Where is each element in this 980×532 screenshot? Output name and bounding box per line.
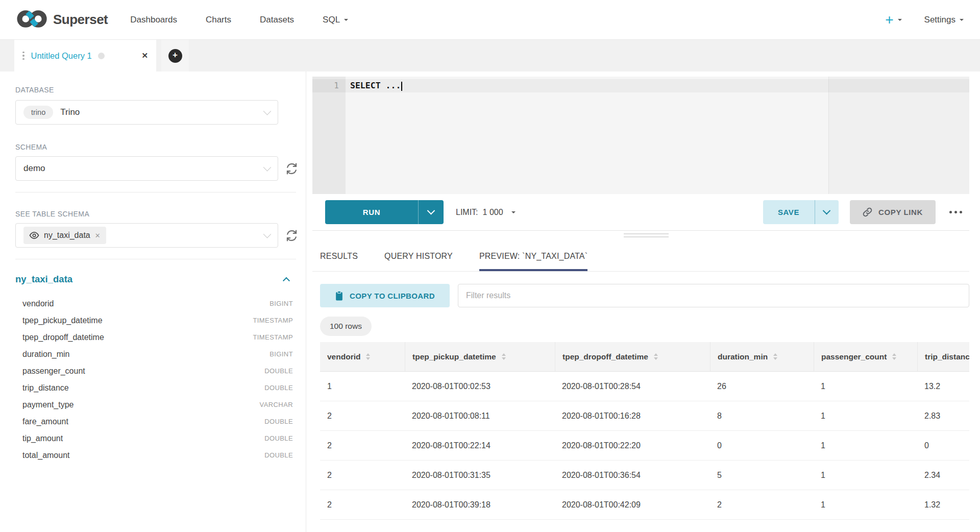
column-type: TIMESTAMP: [253, 333, 296, 341]
remove-table-icon[interactable]: ✕: [95, 232, 101, 239]
chevron-down-icon: [427, 207, 435, 215]
table-cell: 2: [320, 490, 405, 519]
column-name: tpep_dropoff_datetime: [15, 333, 104, 342]
column-type: TIMESTAMP: [253, 317, 296, 324]
table-cell: 0: [710, 431, 814, 460]
nav-sql-menu[interactable]: SQL: [323, 15, 348, 25]
superset-logo-icon: [16, 9, 48, 31]
refresh-schemas-button[interactable]: [284, 161, 299, 176]
table-cell: 13.2: [917, 372, 969, 401]
sql-editor-pane: 1 SELECT ... RUN LIMIT: 1 000: [312, 71, 980, 532]
eye-icon: [29, 230, 39, 240]
selected-table-chip: ny_taxi_data ✕: [23, 227, 106, 244]
copy-to-clipboard-button[interactable]: COPY TO CLIPBOARD: [320, 284, 450, 307]
nav-datasets[interactable]: Datasets: [260, 15, 294, 25]
column-type: BIGINT: [270, 350, 296, 358]
column-row: vendorid BIGINT: [15, 295, 296, 312]
query-tab-active[interactable]: Untitled Query 1 ✕: [14, 40, 156, 71]
column-type: DOUBLE: [264, 418, 296, 425]
query-status-dot: [98, 53, 105, 59]
save-options-button[interactable]: [815, 200, 839, 224]
chevron-down-icon: [511, 211, 516, 213]
schema-select[interactable]: demo: [15, 156, 278, 181]
table-schema-select[interactable]: ny_taxi_data ✕: [15, 223, 278, 248]
column-header[interactable]: passenger_count: [814, 342, 917, 371]
column-row: duration_min BIGINT: [15, 346, 296, 362]
link-icon: [862, 207, 873, 217]
add-tab-button[interactable]: +: [168, 49, 182, 63]
code-line[interactable]: SELECT ...: [346, 79, 969, 92]
copy-link-button[interactable]: COPY LINK: [850, 200, 936, 224]
filter-results-input[interactable]: [458, 284, 969, 307]
table-row: 2 2020-08-01T00:08:11 2020-08-01T00:16:2…: [320, 401, 969, 431]
column-row: passenger_count DOUBLE: [15, 362, 296, 379]
new-item-menu[interactable]: +: [885, 13, 901, 27]
table-cell: 2020-08-01T00:39:18: [405, 490, 555, 519]
nav-right: + Settings: [885, 13, 964, 27]
table-cell: 1: [814, 431, 917, 460]
database-select[interactable]: trino Trino: [15, 100, 278, 125]
line-number: 1: [312, 79, 346, 92]
sql-code-editor[interactable]: 1 SELECT ...: [312, 77, 969, 194]
column-row: trip_distance DOUBLE: [15, 379, 296, 396]
editor-code-area[interactable]: SELECT ...: [346, 77, 969, 194]
table-cell: 1: [814, 461, 917, 490]
column-name: duration_min: [15, 350, 70, 359]
chevron-down-icon: [263, 230, 272, 238]
column-row: tpep_pickup_datetime TIMESTAMP: [15, 312, 296, 329]
limit-dropdown[interactable]: LIMIT: 1 000: [456, 208, 516, 217]
editor-toolbar: RUN LIMIT: 1 000 SAVE: [312, 194, 969, 231]
column-header[interactable]: tpep_dropoff_datetime: [555, 342, 710, 371]
collapse-table-icon[interactable]: [283, 277, 290, 284]
column-type: DOUBLE: [264, 434, 296, 442]
column-row: tpep_dropoff_datetime TIMESTAMP: [15, 329, 296, 346]
column-name: passenger_count: [15, 367, 85, 376]
sort-icon: [892, 353, 896, 360]
save-button[interactable]: SAVE: [763, 200, 815, 224]
table-cell: 8: [710, 401, 814, 430]
run-button-group: RUN: [325, 200, 444, 224]
superset-sql-lab: Superset Dashboards Charts Datasets SQL …: [0, 0, 980, 532]
tab-preview-table[interactable]: PREVIEW: `NY_TAXI_DATA`: [479, 240, 587, 271]
sort-icon: [654, 353, 658, 360]
database-select-value: Trino: [60, 107, 80, 117]
column-type: DOUBLE: [264, 451, 296, 459]
superset-logo[interactable]: Superset: [16, 9, 108, 31]
table-cell: 2: [320, 401, 405, 430]
column-row: total_amount DOUBLE: [15, 447, 296, 464]
close-tab-icon[interactable]: ✕: [141, 51, 148, 60]
tab-query-history[interactable]: QUERY HISTORY: [384, 240, 453, 271]
tab-results[interactable]: RESULTS: [320, 240, 358, 271]
run-button[interactable]: RUN: [325, 200, 418, 224]
table-cell: 2020-08-01T00:36:54: [555, 461, 710, 490]
column-header[interactable]: vendorid: [320, 342, 405, 371]
column-header[interactable]: tpep_pickup_datetime: [405, 342, 555, 371]
more-actions-button[interactable]: [947, 207, 965, 218]
table-cell: 2020-08-01T00:16:28: [555, 401, 710, 430]
table-cell: 2020-08-01T00:02:53: [405, 372, 555, 401]
column-type: DOUBLE: [264, 384, 296, 392]
nav-dashboards[interactable]: Dashboards: [130, 15, 177, 25]
column-header[interactable]: duration_min: [710, 342, 814, 371]
drag-handle-icon[interactable]: [22, 52, 24, 60]
text-cursor: [401, 82, 402, 91]
settings-menu[interactable]: Settings: [924, 15, 964, 25]
clipboard-icon: [335, 291, 344, 301]
table-cell: 2: [320, 461, 405, 490]
query-tab-title[interactable]: Untitled Query 1: [31, 51, 92, 61]
table-cell: 2: [710, 490, 814, 519]
table-cell: 1: [814, 372, 917, 401]
column-type: BIGINT: [270, 300, 296, 307]
nav-charts[interactable]: Charts: [206, 15, 231, 25]
table-row: 2 2020-08-01T00:22:14 2020-08-01T00:22:2…: [320, 431, 969, 461]
column-row: payment_type VARCHAR: [15, 396, 296, 413]
table-cell: 1: [814, 490, 917, 519]
table-cell: 2.34: [917, 461, 969, 490]
column-header[interactable]: trip_distance: [917, 342, 969, 371]
table-cell: 2.83: [917, 401, 969, 430]
table-row: 2 2020-08-01T00:39:18 2020-08-01T00:42:0…: [320, 490, 969, 520]
pane-resize-handle[interactable]: [312, 231, 980, 240]
table-cell: 2020-08-01T00:08:11: [405, 401, 555, 430]
refresh-tables-button[interactable]: [284, 228, 299, 243]
run-options-button[interactable]: [419, 200, 444, 224]
